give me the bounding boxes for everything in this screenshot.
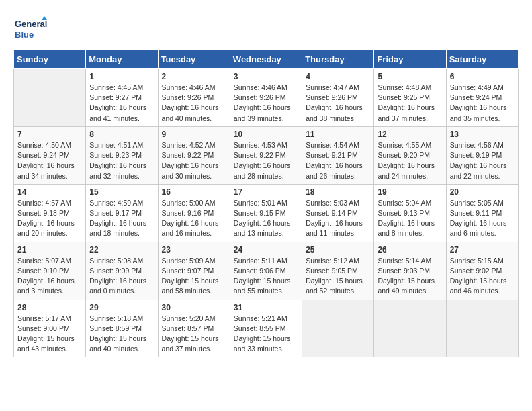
calendar-week-2: 7Sunrise: 4:50 AM Sunset: 9:24 PM Daylig… [14, 126, 519, 184]
calendar-cell: 26Sunrise: 5:14 AM Sunset: 9:03 PM Dayli… [374, 242, 446, 300]
calendar-cell [374, 300, 446, 357]
calendar-cell: 14Sunrise: 4:57 AM Sunset: 9:18 PM Dayli… [14, 184, 86, 242]
svg-text:Blue: Blue [15, 30, 34, 40]
day-number: 9 [162, 130, 226, 139]
calendar-week-3: 14Sunrise: 4:57 AM Sunset: 9:18 PM Dayli… [14, 184, 519, 242]
day-number: 13 [450, 130, 515, 139]
day-info: Sunrise: 4:48 AM Sunset: 9:25 PM Dayligh… [378, 83, 442, 124]
calendar-cell [446, 300, 518, 357]
calendar-cell: 22Sunrise: 5:08 AM Sunset: 9:09 PM Dayli… [86, 242, 158, 300]
calendar-header-row: SundayMondayTuesdayWednesdayThursdayFrid… [14, 50, 519, 69]
calendar-cell: 10Sunrise: 4:53 AM Sunset: 9:22 PM Dayli… [230, 126, 302, 184]
day-info: Sunrise: 4:49 AM Sunset: 9:24 PM Dayligh… [450, 83, 515, 124]
calendar-cell: 13Sunrise: 4:56 AM Sunset: 9:19 PM Dayli… [446, 126, 518, 184]
calendar-cell: 18Sunrise: 5:03 AM Sunset: 9:14 PM Dayli… [302, 184, 374, 242]
day-number: 6 [450, 72, 515, 81]
calendar-cell: 15Sunrise: 4:59 AM Sunset: 9:17 PM Dayli… [86, 184, 158, 242]
day-number: 27 [450, 245, 515, 255]
day-info: Sunrise: 5:04 AM Sunset: 9:13 PM Dayligh… [378, 198, 442, 239]
calendar-cell: 27Sunrise: 5:15 AM Sunset: 9:02 PM Dayli… [446, 242, 518, 300]
calendar-cell: 2Sunrise: 4:46 AM Sunset: 9:26 PM Daylig… [158, 69, 230, 127]
calendar-cell: 9Sunrise: 4:52 AM Sunset: 9:22 PM Daylig… [158, 126, 230, 184]
day-info: Sunrise: 5:17 AM Sunset: 9:00 PM Dayligh… [17, 314, 82, 355]
day-number: 31 [234, 303, 298, 312]
header-day-thursday: Thursday [302, 50, 374, 69]
calendar-cell: 17Sunrise: 5:01 AM Sunset: 9:15 PM Dayli… [230, 184, 302, 242]
day-info: Sunrise: 5:05 AM Sunset: 9:11 PM Dayligh… [450, 198, 515, 239]
calendar-cell: 3Sunrise: 4:46 AM Sunset: 9:26 PM Daylig… [230, 69, 302, 127]
day-info: Sunrise: 4:53 AM Sunset: 9:22 PM Dayligh… [234, 140, 298, 181]
header-day-monday: Monday [86, 50, 158, 69]
day-number: 11 [306, 130, 370, 139]
calendar-cell [14, 69, 86, 127]
calendar-cell: 21Sunrise: 5:07 AM Sunset: 9:10 PM Dayli… [14, 242, 86, 300]
calendar-cell: 25Sunrise: 5:12 AM Sunset: 9:05 PM Dayli… [302, 242, 374, 300]
day-number: 28 [17, 303, 82, 312]
day-number: 24 [234, 245, 298, 255]
day-info: Sunrise: 5:12 AM Sunset: 9:05 PM Dayligh… [306, 256, 370, 297]
day-info: Sunrise: 4:46 AM Sunset: 9:26 PM Dayligh… [162, 83, 226, 124]
day-info: Sunrise: 5:08 AM Sunset: 9:09 PM Dayligh… [89, 256, 154, 297]
day-number: 12 [378, 130, 442, 139]
header-day-saturday: Saturday [446, 50, 518, 69]
day-number: 16 [162, 187, 226, 197]
calendar-cell: 8Sunrise: 4:51 AM Sunset: 9:23 PM Daylig… [86, 126, 158, 184]
day-number: 21 [17, 245, 82, 255]
calendar-week-5: 28Sunrise: 5:17 AM Sunset: 9:00 PM Dayli… [14, 300, 519, 357]
day-info: Sunrise: 5:00 AM Sunset: 9:16 PM Dayligh… [162, 198, 226, 239]
calendar-cell: 11Sunrise: 4:54 AM Sunset: 9:21 PM Dayli… [302, 126, 374, 184]
day-info: Sunrise: 5:18 AM Sunset: 8:59 PM Dayligh… [89, 314, 154, 355]
calendar-cell: 24Sunrise: 5:11 AM Sunset: 9:06 PM Dayli… [230, 242, 302, 300]
day-number: 8 [89, 130, 154, 139]
day-info: Sunrise: 4:46 AM Sunset: 9:26 PM Dayligh… [234, 83, 298, 124]
day-info: Sunrise: 5:07 AM Sunset: 9:10 PM Dayligh… [17, 256, 82, 297]
calendar-cell: 20Sunrise: 5:05 AM Sunset: 9:11 PM Dayli… [446, 184, 518, 242]
day-info: Sunrise: 5:03 AM Sunset: 9:14 PM Dayligh… [306, 198, 370, 239]
calendar-cell: 16Sunrise: 5:00 AM Sunset: 9:16 PM Dayli… [158, 184, 230, 242]
day-info: Sunrise: 4:57 AM Sunset: 9:18 PM Dayligh… [17, 198, 82, 239]
calendar-cell: 4Sunrise: 4:47 AM Sunset: 9:26 PM Daylig… [302, 69, 374, 127]
day-info: Sunrise: 5:11 AM Sunset: 9:06 PM Dayligh… [234, 256, 298, 297]
calendar-cell: 28Sunrise: 5:17 AM Sunset: 9:00 PM Dayli… [14, 300, 86, 357]
calendar-table: SundayMondayTuesdayWednesdayThursdayFrid… [13, 50, 519, 357]
calendar-week-1: 1Sunrise: 4:45 AM Sunset: 9:27 PM Daylig… [14, 69, 519, 127]
day-info: Sunrise: 5:20 AM Sunset: 8:57 PM Dayligh… [162, 314, 226, 355]
day-info: Sunrise: 4:56 AM Sunset: 9:19 PM Dayligh… [450, 140, 515, 181]
day-number: 10 [234, 130, 298, 139]
day-info: Sunrise: 4:50 AM Sunset: 9:24 PM Dayligh… [17, 140, 82, 181]
day-number: 22 [89, 245, 154, 255]
day-number: 2 [162, 72, 226, 81]
day-number: 23 [162, 245, 226, 255]
svg-marker-2 [42, 16, 47, 20]
calendar-cell: 31Sunrise: 5:21 AM Sunset: 8:55 PM Dayli… [230, 300, 302, 357]
day-number: 26 [378, 245, 442, 255]
calendar-cell: 12Sunrise: 4:55 AM Sunset: 9:20 PM Dayli… [374, 126, 446, 184]
day-number: 14 [17, 187, 82, 197]
day-number: 1 [89, 72, 154, 81]
calendar-cell: 19Sunrise: 5:04 AM Sunset: 9:13 PM Dayli… [374, 184, 446, 242]
day-number: 5 [378, 72, 442, 81]
calendar-cell: 6Sunrise: 4:49 AM Sunset: 9:24 PM Daylig… [446, 69, 518, 127]
day-number: 3 [234, 72, 298, 81]
day-number: 19 [378, 187, 442, 197]
day-number: 30 [162, 303, 226, 312]
calendar-cell: 7Sunrise: 4:50 AM Sunset: 9:24 PM Daylig… [14, 126, 86, 184]
day-info: Sunrise: 5:15 AM Sunset: 9:02 PM Dayligh… [450, 256, 515, 297]
day-info: Sunrise: 4:54 AM Sunset: 9:21 PM Dayligh… [306, 140, 370, 181]
day-info: Sunrise: 5:21 AM Sunset: 8:55 PM Dayligh… [234, 314, 298, 355]
day-number: 20 [450, 187, 515, 197]
calendar-cell [302, 300, 374, 357]
calendar-week-4: 21Sunrise: 5:07 AM Sunset: 9:10 PM Dayli… [14, 242, 519, 300]
day-info: Sunrise: 4:59 AM Sunset: 9:17 PM Dayligh… [89, 198, 154, 239]
day-number: 15 [89, 187, 154, 197]
header-day-tuesday: Tuesday [158, 50, 230, 69]
day-info: Sunrise: 4:45 AM Sunset: 9:27 PM Dayligh… [89, 83, 154, 124]
calendar-cell: 23Sunrise: 5:09 AM Sunset: 9:07 PM Dayli… [158, 242, 230, 300]
calendar-cell: 5Sunrise: 4:48 AM Sunset: 9:25 PM Daylig… [374, 69, 446, 127]
calendar-cell: 1Sunrise: 4:45 AM Sunset: 9:27 PM Daylig… [86, 69, 158, 127]
header-day-wednesday: Wednesday [230, 50, 302, 69]
day-number: 29 [89, 303, 154, 312]
svg-text:General: General [15, 19, 47, 29]
day-info: Sunrise: 4:52 AM Sunset: 9:22 PM Dayligh… [162, 140, 226, 181]
calendar-cell: 29Sunrise: 5:18 AM Sunset: 8:59 PM Dayli… [86, 300, 158, 357]
